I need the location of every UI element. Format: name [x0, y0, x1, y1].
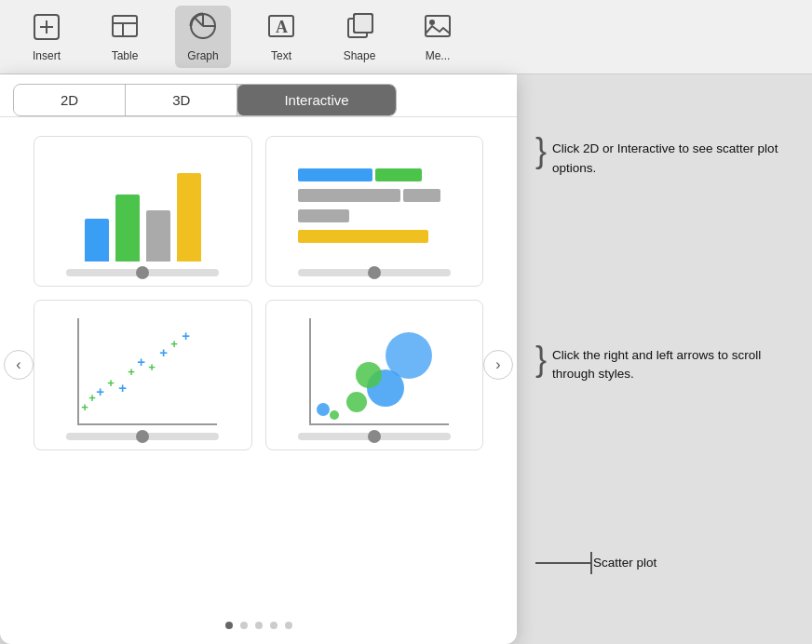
annotation-top: } Click 2D or Interactive to see scatter… — [535, 140, 793, 179]
tab-3d[interactable]: 3D — [126, 85, 237, 115]
bar-yellow — [177, 173, 201, 262]
scatter-dot: + — [107, 376, 115, 390]
bracket-top-icon: } — [535, 134, 547, 168]
scatter-slider[interactable] — [66, 433, 219, 440]
scatter-label-text: Scatter plot — [593, 556, 793, 570]
hbar-chart-slider[interactable] — [298, 269, 451, 276]
svg-rect-3 — [113, 16, 137, 36]
page-dots — [0, 612, 517, 644]
toolbar-table[interactable]: Table — [97, 6, 153, 68]
scatter-dot: + — [148, 360, 156, 374]
hbar-gray-1 — [298, 189, 400, 202]
graph-icon — [188, 11, 218, 46]
bubble-small-green — [330, 410, 339, 420]
hbar-gray-2 — [403, 189, 440, 202]
insert-icon — [32, 12, 61, 46]
table-icon — [110, 11, 140, 46]
chevron-left-icon: ‹ — [16, 356, 20, 373]
tab-interactive[interactable]: Interactive — [237, 85, 395, 115]
scatter-chart-cell[interactable]: + + + + + + + + + + + — [34, 300, 252, 450]
page-dot-3[interactable] — [255, 622, 263, 629]
scatter-dot: + — [128, 365, 135, 379]
toolbar-media[interactable]: Me... — [410, 6, 466, 68]
scatter-dot: + — [182, 328, 190, 343]
hbar-yellow-1 — [298, 230, 428, 243]
annotation-middle: } Click the right and left arrows to scr… — [535, 346, 793, 385]
scatter-dot: + — [88, 391, 96, 405]
media-icon — [423, 11, 453, 46]
toolbar-insert-label: Insert — [33, 49, 61, 62]
bubble-small-blue — [317, 403, 330, 416]
bar-blue — [85, 219, 109, 262]
hbar-blue-1 — [298, 168, 372, 181]
bar-chart-slider[interactable] — [66, 269, 219, 276]
scatter-label-line-v — [590, 552, 592, 574]
chevron-right-icon: › — [495, 356, 500, 373]
hbar-gray-3 — [298, 209, 349, 222]
scatter-axis-y — [77, 318, 79, 425]
page-dot-2[interactable] — [240, 622, 248, 629]
bubble-slider[interactable] — [298, 433, 451, 440]
bracket-middle-icon: } — [535, 342, 547, 376]
annotation-bottom: Scatter plot — [535, 552, 793, 570]
scatter-dot: + — [137, 354, 145, 369]
toolbar-text-label: Text — [271, 49, 291, 62]
hbar-slider-thumb — [368, 266, 381, 279]
scatter-label-line-h — [535, 562, 591, 564]
text-icon: A — [266, 11, 296, 46]
scatter-slider-thumb — [136, 430, 149, 443]
scatter-dot: + — [159, 344, 168, 360]
slider-thumb — [136, 266, 149, 279]
bubble-axis-x — [309, 423, 449, 425]
scatter-dot: + — [81, 400, 88, 414]
svg-rect-10 — [354, 14, 372, 33]
svg-rect-12 — [426, 16, 450, 36]
toolbar-media-label: Me... — [426, 49, 451, 62]
chart-panel: 2D 3D Interactive ‹ › — [0, 74, 517, 644]
annotation-top-text: Click 2D or Interactive to see scatter p… — [552, 140, 793, 179]
page-dot-5[interactable] — [285, 622, 292, 629]
toolbar: Insert Table Gra — [0, 0, 812, 74]
toolbar-insert[interactable]: Insert — [19, 7, 74, 68]
scatter-dot: + — [96, 383, 104, 399]
annotation-middle-text: Click the right and left arrows to scrol… — [552, 346, 793, 385]
bar-chart-cell[interactable] — [34, 136, 252, 287]
toolbar-graph[interactable]: Graph — [175, 6, 231, 68]
toolbar-shape[interactable]: Shape — [332, 6, 387, 68]
bubble-slider-thumb — [368, 430, 381, 443]
bubble-xlarge-blue — [386, 332, 432, 379]
bar-green — [115, 195, 140, 262]
nav-arrow-right[interactable]: › — [483, 350, 513, 380]
svg-text:A: A — [276, 18, 288, 36]
bubble-chart-cell[interactable] — [265, 300, 484, 450]
hbar-chart-cell[interactable] — [265, 136, 484, 287]
toolbar-graph-label: Graph — [187, 49, 218, 62]
toolbar-table-label: Table — [112, 49, 139, 62]
bubble-medium-green — [346, 392, 367, 412]
page-dot-1[interactable] — [225, 622, 233, 629]
bubble-medium-green-2 — [356, 362, 382, 388]
toolbar-text[interactable]: A Text — [253, 6, 309, 68]
bubble-axis-y — [309, 318, 311, 425]
shape-icon — [345, 11, 374, 46]
svg-point-13 — [429, 20, 435, 25]
bar-gray — [146, 210, 170, 262]
scatter-dot: + — [170, 337, 178, 351]
scatter-axis-x — [77, 423, 217, 425]
tab-2d[interactable]: 2D — [14, 85, 126, 115]
nav-arrow-left[interactable]: ‹ — [4, 350, 34, 380]
page-dot-4[interactable] — [270, 622, 277, 629]
hbar-green-1 — [375, 168, 422, 181]
scatter-dot: + — [118, 380, 127, 396]
toolbar-shape-label: Shape — [344, 49, 376, 62]
